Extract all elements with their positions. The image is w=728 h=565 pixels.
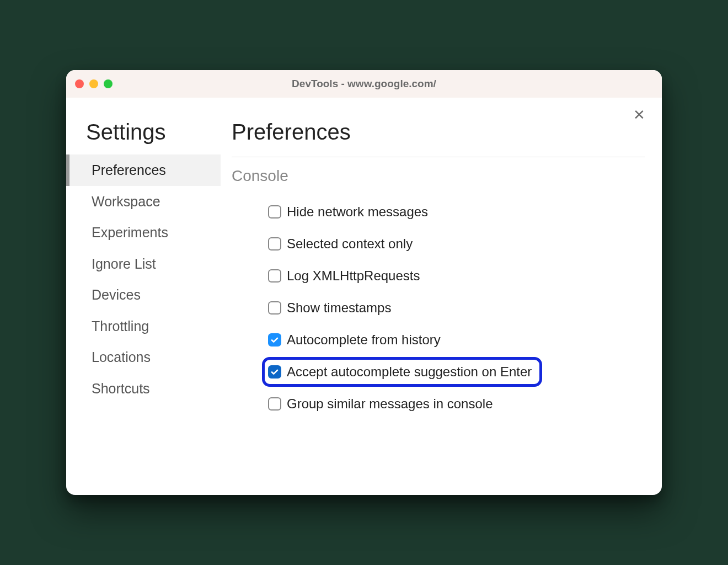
window-title: DevTools - www.google.com/ — [66, 78, 662, 90]
checkbox[interactable] — [268, 205, 281, 218]
sidebar-item-throttling[interactable]: Throttling — [66, 311, 221, 342]
traffic-lights — [75, 79, 113, 88]
option-label: Selected context only — [287, 236, 413, 252]
sidebar-heading: Settings — [66, 120, 221, 154]
option-label: Accept autocomplete suggestion on Enter — [287, 364, 532, 380]
window-close-button[interactable] — [75, 79, 84, 88]
option-group-similar-messages-in-console[interactable]: Group similar messages in console — [262, 389, 504, 419]
options-list: Hide network messagesSelected context on… — [232, 197, 645, 419]
option-selected-context-only[interactable]: Selected context only — [262, 229, 423, 259]
option-label: Hide network messages — [287, 204, 428, 220]
devtools-window: DevTools - www.google.com/ ✕ Settings Pr… — [66, 70, 662, 495]
panel-heading: Preferences — [232, 120, 645, 157]
sidebar-item-devices[interactable]: Devices — [66, 279, 221, 311]
checkbox[interactable] — [268, 365, 281, 379]
option-accept-autocomplete-suggestion-on-enter[interactable]: Accept autocomplete suggestion on Enter — [262, 357, 542, 387]
checkbox[interactable] — [268, 333, 281, 347]
close-icon[interactable]: ✕ — [633, 108, 645, 122]
titlebar: DevTools - www.google.com/ — [66, 70, 662, 98]
content: ✕ Settings PreferencesWorkspaceExperimen… — [66, 98, 662, 495]
checkbox[interactable] — [268, 397, 281, 411]
window-maximize-button[interactable] — [104, 79, 113, 88]
settings-sidebar: Settings PreferencesWorkspaceExperiments… — [66, 98, 221, 495]
option-label: Show timestamps — [287, 300, 391, 316]
option-label: Autocomplete from history — [287, 332, 441, 348]
sidebar-item-shortcuts[interactable]: Shortcuts — [66, 373, 221, 404]
window-minimize-button[interactable] — [89, 79, 98, 88]
sidebar-item-ignore-list[interactable]: Ignore List — [66, 248, 221, 280]
checkbox[interactable] — [268, 237, 281, 250]
section-title-console: Console — [232, 167, 645, 185]
checkbox[interactable] — [268, 269, 281, 282]
option-show-timestamps[interactable]: Show timestamps — [262, 293, 402, 323]
checkbox[interactable] — [268, 301, 281, 315]
sidebar-item-locations[interactable]: Locations — [66, 342, 221, 373]
option-hide-network-messages[interactable]: Hide network messages — [262, 197, 438, 227]
sidebar-item-workspace[interactable]: Workspace — [66, 186, 221, 217]
option-label: Group similar messages in console — [287, 396, 493, 412]
sidebar-item-experiments[interactable]: Experiments — [66, 217, 221, 248]
option-label: Log XMLHttpRequests — [287, 268, 420, 284]
option-autocomplete-from-history[interactable]: Autocomplete from history — [262, 325, 451, 355]
option-log-xmlhttprequests[interactable]: Log XMLHttpRequests — [262, 261, 430, 291]
sidebar-item-preferences[interactable]: Preferences — [66, 154, 221, 186]
preferences-panel: Preferences Console Hide network message… — [221, 98, 662, 495]
